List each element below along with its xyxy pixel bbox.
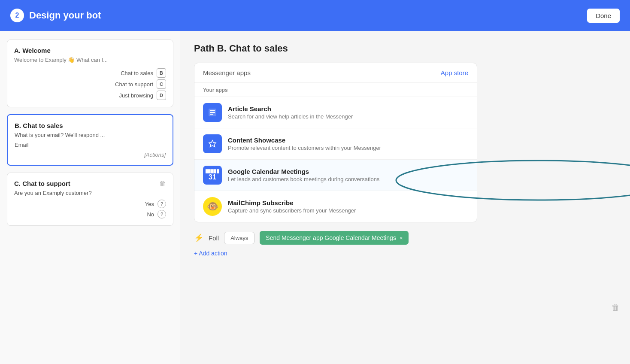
card-b-title: B. Chat to sales <box>15 122 166 129</box>
follow-up-label: Foll <box>209 234 219 242</box>
path-c-label: Chat to support <box>115 81 153 88</box>
main-layout: A. Welcome Welcome to Examply 👋 What can… <box>0 31 630 364</box>
card-welcome: A. Welcome Welcome to Examply 👋 What can… <box>7 39 173 107</box>
path-b-label: Chat to sales <box>121 70 153 76</box>
your-apps-label: Your apps <box>194 83 477 97</box>
card-b-field: Email <box>15 142 166 148</box>
card-a-title: A. Welcome <box>14 47 166 54</box>
yn-yes-badge: ? <box>158 200 166 208</box>
lightning-icon: ⚡ <box>194 233 203 243</box>
article-search-name: Article Search <box>228 105 468 112</box>
header-left: 2 Design your bot <box>10 9 101 22</box>
done-button[interactable]: Done <box>587 9 620 23</box>
card-a-subtitle: Welcome to Examply 👋 What can I... <box>14 57 166 63</box>
add-action-button[interactable]: + Add action <box>194 250 616 257</box>
action-tag-label: Send Messenger app Google Calendar Meeti… <box>266 234 396 241</box>
content-showcase-name: Content Showcase <box>228 136 468 144</box>
apps-panel: Messenger apps App store Your apps Artic… <box>194 63 477 222</box>
app-item-mailchimp[interactable]: 🐵 MailChimp Subscribe Capture and sync s… <box>194 191 477 222</box>
yn-no[interactable]: No ? <box>147 210 166 218</box>
step-badge: 2 <box>10 9 24 22</box>
gcal-info: Google Calendar Meetings Let leads and c… <box>228 168 468 182</box>
gcal-icon: ▉▉▉▉▉ 31 <box>203 166 222 185</box>
content-showcase-icon <box>203 134 222 153</box>
app-item-article-search[interactable]: Article Search Search for and view help … <box>194 97 477 128</box>
trash-icon-c[interactable]: 🗑 <box>159 180 166 188</box>
messenger-apps-title: Messenger apps <box>203 69 251 76</box>
card-b-actions: [Actions] <box>15 152 166 158</box>
path-option-c[interactable]: Chat to support C <box>115 79 166 89</box>
action-tag-close[interactable]: × <box>400 235 403 241</box>
app-item-content-showcase[interactable]: Content Showcase Promote relevant conten… <box>194 128 477 160</box>
path-options: Chat to sales B Chat to support C Just b… <box>14 68 166 100</box>
card-chat-to-sales: B. Chat to sales What is your email? We'… <box>7 114 173 166</box>
article-search-icon <box>203 103 222 122</box>
mailchimp-name: MailChimp Subscribe <box>228 199 468 206</box>
path-b-badge: B <box>157 68 166 78</box>
path-title: Path B. Chat to sales <box>194 43 616 54</box>
path-d-label: Just browsing <box>119 92 153 99</box>
action-tag-gcal[interactable]: Send Messenger app Google Calendar Meeti… <box>260 231 409 245</box>
svg-rect-3 <box>210 114 213 115</box>
path-option-d[interactable]: Just browsing D <box>119 91 166 100</box>
always-badge: Always <box>224 232 254 244</box>
page-title: Design your bot <box>29 10 101 21</box>
yn-no-label: No <box>147 211 154 218</box>
card-c-body: Are you an Examply customer? <box>14 190 166 196</box>
sidebar: A. Welcome Welcome to Examply 👋 What can… <box>0 31 180 364</box>
mailchimp-desc: Capture and sync subscribers from your M… <box>228 207 468 214</box>
yn-no-badge: ? <box>158 210 166 218</box>
yn-options: Yes ? No ? <box>14 200 166 218</box>
article-search-info: Article Search Search for and view help … <box>228 105 468 120</box>
card-chat-to-support: C. Chat to support 🗑 Are you an Examply … <box>7 173 173 226</box>
gcal-desc: Let leads and customers book meetings du… <box>228 176 468 182</box>
svg-rect-1 <box>210 110 215 111</box>
apps-panel-header: Messenger apps App store <box>194 63 477 83</box>
content-showcase-desc: Promote relevant content to customers wi… <box>228 145 468 151</box>
path-option-b[interactable]: Chat to sales B <box>121 68 166 78</box>
app-store-link[interactable]: App store <box>441 69 468 76</box>
content-area: Path B. Chat to sales Messenger apps App… <box>180 31 630 364</box>
card-b-body: What is your email? We'll respond ... <box>15 132 166 138</box>
actions-label: [Actions] <box>144 152 166 158</box>
card-c-title: C. Chat to support <box>14 180 70 187</box>
trash-icon-content[interactable]: 🗑 <box>611 303 620 312</box>
mailchimp-icon: 🐵 <box>203 197 222 216</box>
card-c-header-row: C. Chat to support 🗑 <box>14 180 166 190</box>
article-search-desc: Search for and view help articles in the… <box>228 113 468 120</box>
app-item-gcal[interactable]: ▉▉▉▉▉ 31 Google Calendar Meetings Let le… <box>194 160 477 191</box>
path-d-badge: D <box>157 91 166 100</box>
mailchimp-info: MailChimp Subscribe Capture and sync sub… <box>228 199 468 214</box>
svg-marker-4 <box>209 140 216 147</box>
gcal-name: Google Calendar Meetings <box>228 168 468 175</box>
path-c-badge: C <box>157 79 166 89</box>
yn-yes[interactable]: Yes ? <box>145 200 166 208</box>
yn-yes-label: Yes <box>145 201 154 207</box>
follow-up-section: ⚡ Foll Always Send Messenger app Google … <box>194 231 616 245</box>
svg-rect-2 <box>210 112 215 113</box>
content-showcase-info: Content Showcase Promote relevant conten… <box>228 136 468 151</box>
header: 2 Design your bot Done <box>0 0 630 31</box>
